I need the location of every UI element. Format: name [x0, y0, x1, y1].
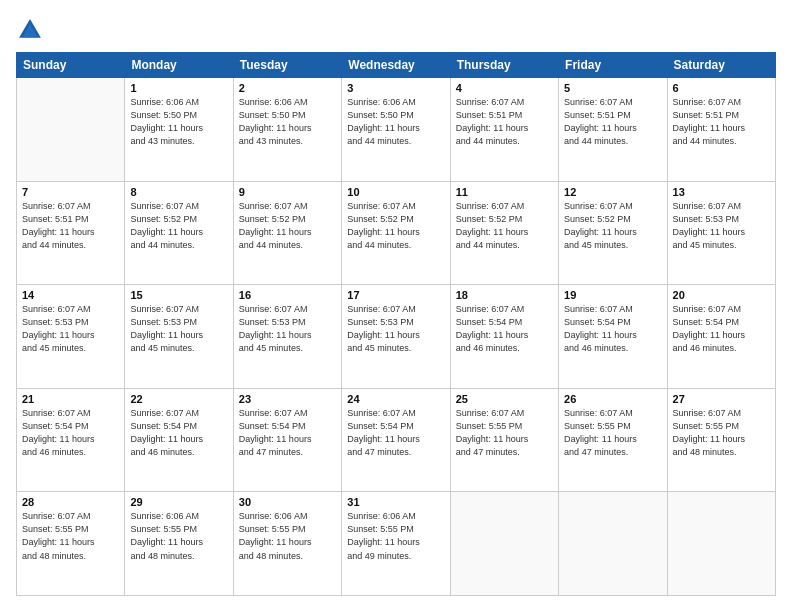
calendar-cell: 31Sunrise: 6:06 AM Sunset: 5:55 PM Dayli… — [342, 492, 450, 596]
day-info: Sunrise: 6:06 AM Sunset: 5:55 PM Dayligh… — [347, 510, 444, 562]
day-number: 31 — [347, 496, 444, 508]
calendar-cell: 17Sunrise: 6:07 AM Sunset: 5:53 PM Dayli… — [342, 285, 450, 389]
calendar-cell: 8Sunrise: 6:07 AM Sunset: 5:52 PM Daylig… — [125, 181, 233, 285]
calendar-table: SundayMondayTuesdayWednesdayThursdayFrid… — [16, 52, 776, 596]
day-number: 4 — [456, 82, 553, 94]
calendar-cell — [667, 492, 775, 596]
day-number: 17 — [347, 289, 444, 301]
day-info: Sunrise: 6:06 AM Sunset: 5:50 PM Dayligh… — [130, 96, 227, 148]
calendar-cell: 23Sunrise: 6:07 AM Sunset: 5:54 PM Dayli… — [233, 388, 341, 492]
day-number: 16 — [239, 289, 336, 301]
calendar-cell: 5Sunrise: 6:07 AM Sunset: 5:51 PM Daylig… — [559, 78, 667, 182]
day-info: Sunrise: 6:06 AM Sunset: 5:55 PM Dayligh… — [239, 510, 336, 562]
day-info: Sunrise: 6:07 AM Sunset: 5:52 PM Dayligh… — [239, 200, 336, 252]
day-info: Sunrise: 6:07 AM Sunset: 5:54 PM Dayligh… — [239, 407, 336, 459]
calendar-cell: 1Sunrise: 6:06 AM Sunset: 5:50 PM Daylig… — [125, 78, 233, 182]
day-number: 15 — [130, 289, 227, 301]
day-number: 27 — [673, 393, 770, 405]
day-info: Sunrise: 6:07 AM Sunset: 5:51 PM Dayligh… — [456, 96, 553, 148]
day-number: 9 — [239, 186, 336, 198]
day-info: Sunrise: 6:07 AM Sunset: 5:54 PM Dayligh… — [564, 303, 661, 355]
day-info: Sunrise: 6:07 AM Sunset: 5:53 PM Dayligh… — [347, 303, 444, 355]
day-info: Sunrise: 6:07 AM Sunset: 5:51 PM Dayligh… — [564, 96, 661, 148]
day-info: Sunrise: 6:07 AM Sunset: 5:55 PM Dayligh… — [673, 407, 770, 459]
day-number: 28 — [22, 496, 119, 508]
calendar-cell: 10Sunrise: 6:07 AM Sunset: 5:52 PM Dayli… — [342, 181, 450, 285]
calendar-header-row: SundayMondayTuesdayWednesdayThursdayFrid… — [17, 53, 776, 78]
logo — [16, 16, 48, 44]
day-header-wednesday: Wednesday — [342, 53, 450, 78]
day-number: 25 — [456, 393, 553, 405]
day-number: 2 — [239, 82, 336, 94]
calendar-week-1: 1Sunrise: 6:06 AM Sunset: 5:50 PM Daylig… — [17, 78, 776, 182]
calendar-cell: 26Sunrise: 6:07 AM Sunset: 5:55 PM Dayli… — [559, 388, 667, 492]
calendar-cell — [559, 492, 667, 596]
day-number: 12 — [564, 186, 661, 198]
calendar-week-2: 7Sunrise: 6:07 AM Sunset: 5:51 PM Daylig… — [17, 181, 776, 285]
day-info: Sunrise: 6:07 AM Sunset: 5:52 PM Dayligh… — [456, 200, 553, 252]
day-number: 6 — [673, 82, 770, 94]
calendar-cell: 7Sunrise: 6:07 AM Sunset: 5:51 PM Daylig… — [17, 181, 125, 285]
day-header-sunday: Sunday — [17, 53, 125, 78]
calendar-cell: 16Sunrise: 6:07 AM Sunset: 5:53 PM Dayli… — [233, 285, 341, 389]
calendar-cell: 12Sunrise: 6:07 AM Sunset: 5:52 PM Dayli… — [559, 181, 667, 285]
day-number: 20 — [673, 289, 770, 301]
day-info: Sunrise: 6:07 AM Sunset: 5:55 PM Dayligh… — [564, 407, 661, 459]
day-number: 30 — [239, 496, 336, 508]
day-info: Sunrise: 6:07 AM Sunset: 5:54 PM Dayligh… — [347, 407, 444, 459]
day-info: Sunrise: 6:07 AM Sunset: 5:53 PM Dayligh… — [22, 303, 119, 355]
calendar-cell: 6Sunrise: 6:07 AM Sunset: 5:51 PM Daylig… — [667, 78, 775, 182]
day-info: Sunrise: 6:07 AM Sunset: 5:53 PM Dayligh… — [239, 303, 336, 355]
calendar-cell: 29Sunrise: 6:06 AM Sunset: 5:55 PM Dayli… — [125, 492, 233, 596]
calendar-week-3: 14Sunrise: 6:07 AM Sunset: 5:53 PM Dayli… — [17, 285, 776, 389]
day-number: 26 — [564, 393, 661, 405]
day-info: Sunrise: 6:07 AM Sunset: 5:52 PM Dayligh… — [347, 200, 444, 252]
calendar-cell: 3Sunrise: 6:06 AM Sunset: 5:50 PM Daylig… — [342, 78, 450, 182]
day-header-friday: Friday — [559, 53, 667, 78]
day-info: Sunrise: 6:07 AM Sunset: 5:53 PM Dayligh… — [673, 200, 770, 252]
calendar-cell — [17, 78, 125, 182]
calendar-cell: 4Sunrise: 6:07 AM Sunset: 5:51 PM Daylig… — [450, 78, 558, 182]
day-header-monday: Monday — [125, 53, 233, 78]
calendar-cell: 25Sunrise: 6:07 AM Sunset: 5:55 PM Dayli… — [450, 388, 558, 492]
calendar-cell: 22Sunrise: 6:07 AM Sunset: 5:54 PM Dayli… — [125, 388, 233, 492]
day-info: Sunrise: 6:07 AM Sunset: 5:55 PM Dayligh… — [456, 407, 553, 459]
header — [16, 16, 776, 44]
day-number: 22 — [130, 393, 227, 405]
day-info: Sunrise: 6:07 AM Sunset: 5:54 PM Dayligh… — [130, 407, 227, 459]
day-number: 13 — [673, 186, 770, 198]
calendar-cell: 13Sunrise: 6:07 AM Sunset: 5:53 PM Dayli… — [667, 181, 775, 285]
day-number: 24 — [347, 393, 444, 405]
day-info: Sunrise: 6:06 AM Sunset: 5:50 PM Dayligh… — [239, 96, 336, 148]
calendar-cell: 2Sunrise: 6:06 AM Sunset: 5:50 PM Daylig… — [233, 78, 341, 182]
day-info: Sunrise: 6:07 AM Sunset: 5:54 PM Dayligh… — [22, 407, 119, 459]
day-number: 10 — [347, 186, 444, 198]
day-info: Sunrise: 6:07 AM Sunset: 5:51 PM Dayligh… — [673, 96, 770, 148]
day-number: 8 — [130, 186, 227, 198]
calendar-cell — [450, 492, 558, 596]
page: SundayMondayTuesdayWednesdayThursdayFrid… — [0, 0, 792, 612]
day-header-thursday: Thursday — [450, 53, 558, 78]
day-number: 1 — [130, 82, 227, 94]
day-info: Sunrise: 6:06 AM Sunset: 5:55 PM Dayligh… — [130, 510, 227, 562]
day-info: Sunrise: 6:07 AM Sunset: 5:54 PM Dayligh… — [456, 303, 553, 355]
logo-icon — [16, 16, 44, 44]
calendar-cell: 30Sunrise: 6:06 AM Sunset: 5:55 PM Dayli… — [233, 492, 341, 596]
day-info: Sunrise: 6:07 AM Sunset: 5:54 PM Dayligh… — [673, 303, 770, 355]
calendar-cell: 11Sunrise: 6:07 AM Sunset: 5:52 PM Dayli… — [450, 181, 558, 285]
calendar-cell: 15Sunrise: 6:07 AM Sunset: 5:53 PM Dayli… — [125, 285, 233, 389]
calendar-cell: 21Sunrise: 6:07 AM Sunset: 5:54 PM Dayli… — [17, 388, 125, 492]
day-number: 21 — [22, 393, 119, 405]
day-number: 14 — [22, 289, 119, 301]
day-info: Sunrise: 6:07 AM Sunset: 5:52 PM Dayligh… — [564, 200, 661, 252]
day-number: 19 — [564, 289, 661, 301]
calendar-cell: 20Sunrise: 6:07 AM Sunset: 5:54 PM Dayli… — [667, 285, 775, 389]
calendar-cell: 9Sunrise: 6:07 AM Sunset: 5:52 PM Daylig… — [233, 181, 341, 285]
day-info: Sunrise: 6:06 AM Sunset: 5:50 PM Dayligh… — [347, 96, 444, 148]
day-number: 5 — [564, 82, 661, 94]
calendar-cell: 28Sunrise: 6:07 AM Sunset: 5:55 PM Dayli… — [17, 492, 125, 596]
day-info: Sunrise: 6:07 AM Sunset: 5:52 PM Dayligh… — [130, 200, 227, 252]
calendar-cell: 27Sunrise: 6:07 AM Sunset: 5:55 PM Dayli… — [667, 388, 775, 492]
day-info: Sunrise: 6:07 AM Sunset: 5:55 PM Dayligh… — [22, 510, 119, 562]
day-number: 18 — [456, 289, 553, 301]
